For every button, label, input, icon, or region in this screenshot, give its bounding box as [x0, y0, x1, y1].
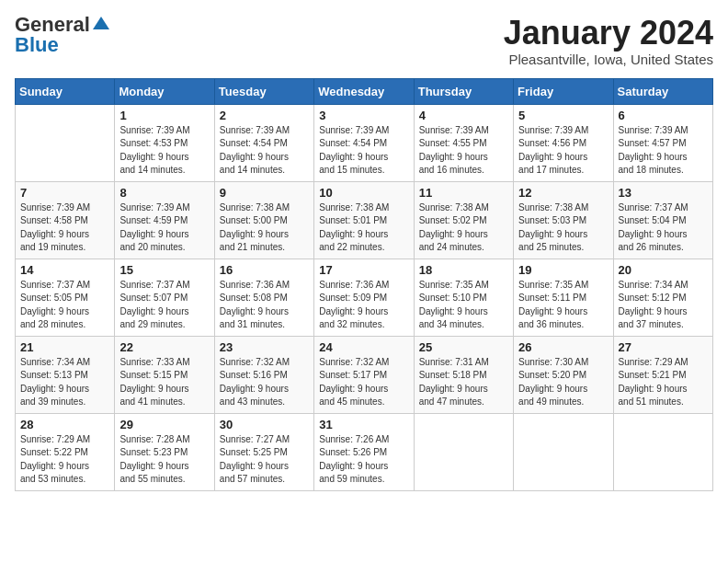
- day-number: 25: [419, 340, 508, 354]
- calendar-cell: 31Sunrise: 7:26 AM Sunset: 5:26 PM Dayli…: [314, 413, 414, 490]
- day-info: Sunrise: 7:39 AM Sunset: 4:56 PM Dayligh…: [518, 124, 608, 178]
- calendar-cell: [16, 104, 115, 181]
- day-info: Sunrise: 7:37 AM Sunset: 5:04 PM Dayligh…: [619, 201, 708, 255]
- calendar-cell: [414, 413, 513, 490]
- calendar-cell: 15Sunrise: 7:37 AM Sunset: 5:07 PM Dayli…: [115, 259, 214, 336]
- day-number: 19: [518, 263, 608, 277]
- day-number: 27: [619, 340, 708, 354]
- day-number: 31: [319, 418, 408, 431]
- calendar-cell: 4Sunrise: 7:39 AM Sunset: 4:55 PM Daylig…: [414, 104, 513, 181]
- calendar-cell: 26Sunrise: 7:30 AM Sunset: 5:20 PM Dayli…: [514, 336, 613, 413]
- calendar-week-row: 1Sunrise: 7:39 AM Sunset: 4:53 PM Daylig…: [16, 104, 713, 181]
- calendar-cell: 27Sunrise: 7:29 AM Sunset: 5:21 PM Dayli…: [613, 336, 712, 413]
- day-number: 12: [518, 186, 608, 200]
- day-info: Sunrise: 7:39 AM Sunset: 4:54 PM Dayligh…: [319, 124, 408, 178]
- logo-general: General: [15, 15, 90, 35]
- calendar-cell: 2Sunrise: 7:39 AM Sunset: 4:54 PM Daylig…: [214, 104, 313, 181]
- calendar-cell: 8Sunrise: 7:39 AM Sunset: 4:59 PM Daylig…: [115, 181, 214, 259]
- calendar-subtitle: Pleasantville, Iowa, United States: [504, 52, 713, 67]
- calendar-cell: 1Sunrise: 7:39 AM Sunset: 4:53 PM Daylig…: [115, 104, 214, 181]
- day-info: Sunrise: 7:34 AM Sunset: 5:13 PM Dayligh…: [20, 356, 109, 409]
- day-info: Sunrise: 7:26 AM Sunset: 5:26 PM Dayligh…: [319, 433, 408, 487]
- day-number: 30: [220, 418, 309, 431]
- day-info: Sunrise: 7:33 AM Sunset: 5:15 PM Dayligh…: [119, 356, 209, 409]
- day-number: 14: [20, 263, 109, 277]
- calendar-cell: 14Sunrise: 7:37 AM Sunset: 5:05 PM Dayli…: [16, 259, 115, 336]
- calendar-cell: 11Sunrise: 7:38 AM Sunset: 5:02 PM Dayli…: [414, 181, 513, 259]
- day-number: 4: [419, 109, 508, 122]
- day-number: 8: [119, 186, 209, 200]
- calendar-cell: 23Sunrise: 7:32 AM Sunset: 5:16 PM Dayli…: [214, 336, 313, 413]
- calendar-table: SundayMondayTuesdayWednesdayThursdayFrid…: [15, 78, 713, 491]
- day-number: 21: [20, 340, 109, 354]
- calendar-week-row: 7Sunrise: 7:39 AM Sunset: 4:58 PM Daylig…: [16, 181, 713, 259]
- calendar-cell: 19Sunrise: 7:35 AM Sunset: 5:11 PM Dayli…: [514, 259, 613, 336]
- calendar-cell: 18Sunrise: 7:35 AM Sunset: 5:10 PM Dayli…: [414, 259, 513, 336]
- calendar-title: January 2024: [504, 15, 713, 52]
- day-info: Sunrise: 7:30 AM Sunset: 5:20 PM Dayligh…: [518, 356, 608, 409]
- calendar-cell: 7Sunrise: 7:39 AM Sunset: 4:58 PM Daylig…: [16, 181, 115, 259]
- calendar-cell: 22Sunrise: 7:33 AM Sunset: 5:15 PM Dayli…: [115, 336, 214, 413]
- day-number: 2: [220, 109, 309, 122]
- column-header-saturday: Saturday: [613, 78, 712, 104]
- calendar-header-row: SundayMondayTuesdayWednesdayThursdayFrid…: [16, 78, 713, 104]
- day-info: Sunrise: 7:36 AM Sunset: 5:08 PM Dayligh…: [220, 279, 309, 332]
- day-number: 11: [419, 186, 508, 200]
- day-info: Sunrise: 7:35 AM Sunset: 5:11 PM Dayligh…: [518, 279, 608, 332]
- calendar-cell: [613, 413, 712, 490]
- calendar-cell: 30Sunrise: 7:27 AM Sunset: 5:25 PM Dayli…: [214, 413, 313, 490]
- day-info: Sunrise: 7:38 AM Sunset: 5:00 PM Dayligh…: [220, 201, 309, 255]
- calendar-cell: 10Sunrise: 7:38 AM Sunset: 5:01 PM Dayli…: [314, 181, 414, 259]
- calendar-week-row: 28Sunrise: 7:29 AM Sunset: 5:22 PM Dayli…: [16, 413, 713, 490]
- day-info: Sunrise: 7:29 AM Sunset: 5:22 PM Dayligh…: [20, 433, 109, 487]
- column-header-sunday: Sunday: [16, 78, 115, 104]
- day-number: 20: [619, 263, 708, 277]
- calendar-week-row: 14Sunrise: 7:37 AM Sunset: 5:05 PM Dayli…: [16, 259, 713, 336]
- day-info: Sunrise: 7:28 AM Sunset: 5:23 PM Dayligh…: [119, 433, 209, 487]
- day-info: Sunrise: 7:39 AM Sunset: 4:54 PM Dayligh…: [220, 124, 309, 178]
- calendar-cell: 12Sunrise: 7:38 AM Sunset: 5:03 PM Dayli…: [514, 181, 613, 259]
- day-info: Sunrise: 7:35 AM Sunset: 5:10 PM Dayligh…: [419, 279, 508, 332]
- day-number: 23: [220, 340, 309, 354]
- calendar-cell: [514, 413, 613, 490]
- column-header-tuesday: Tuesday: [214, 78, 313, 104]
- day-number: 18: [419, 263, 508, 277]
- day-number: 5: [518, 109, 608, 122]
- calendar-cell: 24Sunrise: 7:32 AM Sunset: 5:17 PM Dayli…: [314, 336, 414, 413]
- calendar-cell: 25Sunrise: 7:31 AM Sunset: 5:18 PM Dayli…: [414, 336, 513, 413]
- calendar-cell: 17Sunrise: 7:36 AM Sunset: 5:09 PM Dayli…: [314, 259, 414, 336]
- column-header-thursday: Thursday: [414, 78, 513, 104]
- calendar-cell: 9Sunrise: 7:38 AM Sunset: 5:00 PM Daylig…: [214, 181, 313, 259]
- calendar-cell: 5Sunrise: 7:39 AM Sunset: 4:56 PM Daylig…: [514, 104, 613, 181]
- svg-marker-0: [93, 17, 109, 29]
- day-number: 28: [20, 418, 109, 431]
- calendar-cell: 3Sunrise: 7:39 AM Sunset: 4:54 PM Daylig…: [314, 104, 414, 181]
- day-number: 1: [119, 109, 209, 122]
- calendar-week-row: 21Sunrise: 7:34 AM Sunset: 5:13 PM Dayli…: [16, 336, 713, 413]
- column-header-friday: Friday: [514, 78, 613, 104]
- logo-icon: [93, 15, 109, 31]
- calendar-cell: 13Sunrise: 7:37 AM Sunset: 5:04 PM Dayli…: [613, 181, 712, 259]
- day-info: Sunrise: 7:32 AM Sunset: 5:16 PM Dayligh…: [220, 356, 309, 409]
- day-info: Sunrise: 7:38 AM Sunset: 5:02 PM Dayligh…: [419, 201, 508, 255]
- calendar-cell: 16Sunrise: 7:36 AM Sunset: 5:08 PM Dayli…: [214, 259, 313, 336]
- day-number: 22: [119, 340, 209, 354]
- day-info: Sunrise: 7:36 AM Sunset: 5:09 PM Dayligh…: [319, 279, 408, 332]
- day-info: Sunrise: 7:37 AM Sunset: 5:07 PM Dayligh…: [119, 279, 209, 332]
- day-number: 3: [319, 109, 408, 122]
- day-number: 24: [319, 340, 408, 354]
- day-info: Sunrise: 7:29 AM Sunset: 5:21 PM Dayligh…: [619, 356, 708, 409]
- day-number: 13: [619, 186, 708, 200]
- header: General Blue January 2024 Pleasantville,…: [15, 15, 713, 67]
- day-info: Sunrise: 7:27 AM Sunset: 5:25 PM Dayligh…: [220, 433, 309, 487]
- calendar-cell: 6Sunrise: 7:39 AM Sunset: 4:57 PM Daylig…: [613, 104, 712, 181]
- day-info: Sunrise: 7:38 AM Sunset: 5:01 PM Dayligh…: [319, 201, 408, 255]
- calendar-cell: 20Sunrise: 7:34 AM Sunset: 5:12 PM Dayli…: [613, 259, 712, 336]
- day-info: Sunrise: 7:39 AM Sunset: 4:59 PM Dayligh…: [119, 201, 209, 255]
- logo-blue: Blue: [15, 35, 59, 55]
- day-number: 16: [220, 263, 309, 277]
- day-number: 17: [319, 263, 408, 277]
- day-info: Sunrise: 7:32 AM Sunset: 5:17 PM Dayligh…: [319, 356, 408, 409]
- logo: General Blue: [15, 15, 109, 55]
- day-info: Sunrise: 7:39 AM Sunset: 4:58 PM Dayligh…: [20, 201, 109, 255]
